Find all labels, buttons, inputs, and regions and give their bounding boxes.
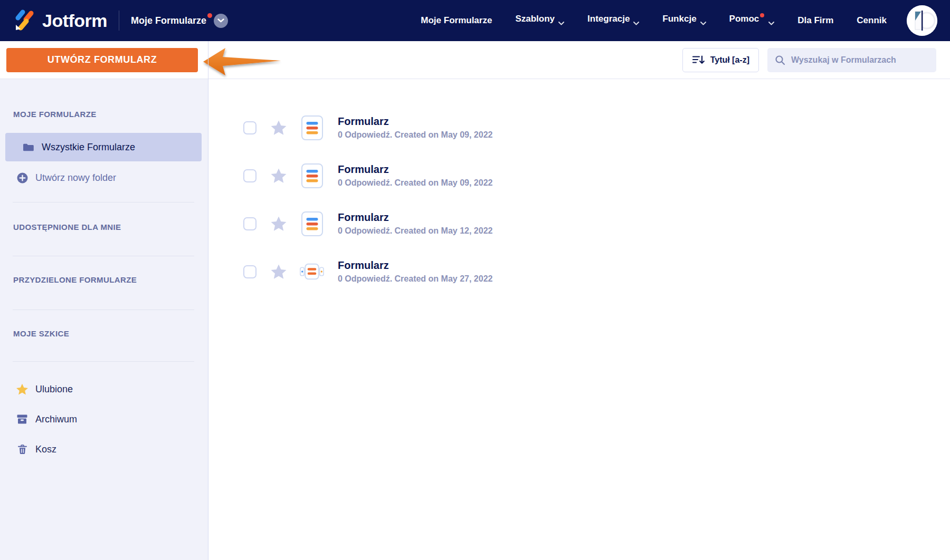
sort-icon (692, 55, 705, 65)
navbar-separator (119, 11, 119, 31)
nav-item-cennik[interactable]: Cennik (857, 15, 887, 26)
search-icon (775, 55, 785, 65)
form-meta: 0 Odpowiedź. Created on May 09, 2022 (338, 178, 492, 188)
sidebar-header-drafts: MOJE SZKICE (13, 329, 69, 338)
row-checkbox[interactable] (243, 169, 256, 182)
list-toolbar: UTWÓRZ FORMULARZ Tytuł [a- (0, 41, 950, 79)
sidebar-item-favorites[interactable]: Ulubione (0, 380, 208, 398)
sidebar-item-label: Archiwum (35, 414, 77, 425)
form-title[interactable]: Formularz (338, 259, 492, 272)
archive-icon (16, 414, 28, 424)
sidebar-divider (13, 256, 194, 256)
sidebar: MOJE FORMULARZE Wszystkie Formularze Utw… (0, 79, 208, 560)
chevron-down-icon (558, 17, 564, 28)
workspace-switcher[interactable]: Moje Formularze (131, 14, 228, 28)
nav-item-funkcje[interactable]: Funkcje (662, 14, 706, 28)
nav-item-moje-formularze[interactable]: Moje Formularze (421, 15, 492, 26)
notification-dot (207, 13, 212, 18)
create-form-button[interactable]: UTWÓRZ FORMULARZ (6, 48, 198, 72)
favorite-star-icon[interactable] (270, 216, 287, 231)
plus-circle-icon (16, 172, 28, 184)
workspace-label: Moje Formularze (131, 15, 206, 26)
sidebar-item-label: Utwórz nowy folder (35, 172, 116, 184)
folder-icon (22, 143, 35, 151)
sidebar-divider (13, 202, 194, 202)
nav-item-szablony[interactable]: Szablony (515, 14, 564, 28)
sidebar-item-all-forms[interactable]: Wszystkie Formularze (5, 133, 202, 161)
row-checkbox[interactable] (243, 217, 256, 230)
sidebar-header-my-forms: MOJE FORMULARZE (13, 110, 97, 119)
star-icon (16, 383, 28, 395)
sidebar-header-shared: UDOSTĘPNIONE DLA MNIE (13, 223, 121, 231)
form-row[interactable]: Formularz 0 Odpowiedź. Created on May 09… (208, 107, 950, 149)
classic-form-icon (300, 115, 324, 140)
forms-list: Formularz 0 Odpowiedź. Created on May 09… (208, 79, 950, 560)
jotform-logo[interactable]: Jotform (12, 8, 107, 33)
classic-form-icon (300, 163, 324, 188)
sidebar-item-new-folder[interactable]: Utwórz nowy folder (0, 169, 208, 187)
annotation-arrow-icon (202, 46, 281, 81)
form-row-text: Formularz 0 Odpowiedź. Created on May 12… (338, 211, 492, 236)
jotform-logo-text: Jotform (42, 11, 107, 31)
trash-icon (16, 445, 28, 455)
favorite-star-icon[interactable] (270, 120, 287, 136)
form-row[interactable]: Formularz 0 Odpowiedź. Created on May 12… (208, 202, 950, 245)
form-row-text: Formularz 0 Odpowiedź. Created on May 09… (338, 115, 492, 140)
nav-item-dla-firm[interactable]: Dla Firm (797, 15, 833, 26)
card-form-icon (300, 261, 324, 282)
form-row[interactable]: Formularz 0 Odpowiedź. Created on May 09… (208, 155, 950, 197)
favorite-star-icon[interactable] (270, 264, 287, 279)
search-box[interactable] (767, 48, 936, 72)
navbar-menu: Moje Formularze Szablony Integracje Funk… (421, 14, 887, 28)
row-checkbox[interactable] (243, 265, 256, 278)
form-meta: 0 Odpowiedź. Created on May 27, 2022 (338, 274, 492, 284)
sidebar-divider (13, 361, 194, 362)
sidebar-main-divider (208, 41, 208, 560)
top-navbar: Jotform Moje Formularze Moje Formularze … (0, 0, 950, 41)
favorite-star-icon[interactable] (270, 168, 287, 184)
notification-dot (760, 13, 764, 17)
form-title[interactable]: Formularz (338, 211, 492, 224)
sort-button[interactable]: Tytuł [a-z] (682, 48, 759, 72)
chevron-down-icon (700, 17, 706, 28)
sidebar-divider (13, 310, 194, 310)
sidebar-header-assigned: PRZYDZIELONE FORMULARZE (13, 275, 137, 284)
form-row[interactable]: Formularz 0 Odpowiedź. Created on May 27… (208, 250, 950, 293)
sidebar-item-archive[interactable]: Archiwum (0, 410, 208, 428)
row-checkbox[interactable] (243, 121, 256, 134)
nav-item-pomoc[interactable]: Pomoc (729, 14, 775, 28)
toolbar-right-controls: Tytuł [a-z] (682, 48, 936, 72)
search-input[interactable] (791, 55, 929, 65)
chevron-down-icon (633, 17, 639, 28)
chevron-down-icon (768, 17, 774, 28)
form-row-text: Formularz 0 Odpowiedź. Created on May 27… (338, 259, 492, 284)
form-title[interactable]: Formularz (338, 163, 492, 176)
chevron-down-icon[interactable] (214, 14, 228, 28)
form-row-text: Formularz 0 Odpowiedź. Created on May 09… (338, 163, 492, 188)
user-avatar[interactable] (907, 5, 937, 36)
form-meta: 0 Odpowiedź. Created on May 09, 2022 (338, 130, 492, 140)
nav-item-integracje[interactable]: Integracje (587, 14, 639, 28)
form-title[interactable]: Formularz (338, 115, 492, 128)
sidebar-item-label: Ulubione (35, 384, 73, 395)
form-meta: 0 Odpowiedź. Created on May 12, 2022 (338, 226, 492, 236)
sidebar-item-trash[interactable]: Kosz (0, 440, 208, 458)
jotform-logo-icon (12, 8, 36, 33)
sidebar-item-label: Kosz (35, 444, 56, 455)
classic-form-icon (300, 211, 324, 236)
sidebar-item-label: Wszystkie Formularze (42, 142, 135, 153)
